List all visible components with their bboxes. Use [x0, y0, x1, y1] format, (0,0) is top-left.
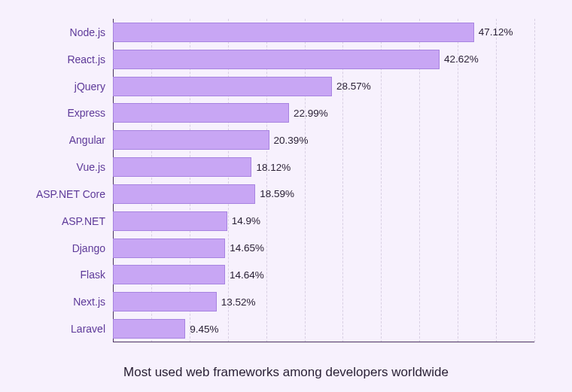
category-label: Django	[0, 242, 105, 254]
bar	[113, 292, 217, 311]
category-label: ASP.NET	[0, 215, 105, 227]
bar-row: React.js42.62%	[113, 46, 534, 73]
bar-row: Vue.js18.12%	[113, 153, 534, 181]
bar	[113, 130, 269, 150]
value-label: 28.57%	[336, 81, 371, 92]
bar	[113, 184, 255, 204]
bar-row: Angular20.39%	[113, 126, 534, 153]
bar	[113, 50, 440, 69]
category-label: Vue.js	[0, 161, 105, 173]
value-label: 13.52%	[221, 296, 256, 308]
bar-row: ASP.NET14.9%	[113, 208, 534, 235]
category-label: Angular	[0, 134, 105, 146]
plot-area: Node.js47.12%React.js42.62%jQuery28.57%E…	[113, 19, 534, 342]
bar-chart: Node.js47.12%React.js42.62%jQuery28.57%E…	[0, 19, 572, 350]
bar-row: Laravel9.45%	[113, 315, 534, 342]
category-label: Next.js	[0, 296, 105, 308]
category-label: Laravel	[0, 323, 105, 335]
category-label: Flask	[0, 269, 105, 281]
value-label: 14.64%	[230, 269, 264, 281]
bar	[113, 239, 225, 258]
category-label: React.js	[0, 53, 105, 65]
chart-title: Most used web frameworks among developer…	[0, 365, 572, 380]
bar	[113, 211, 227, 231]
category-label: jQuery	[0, 81, 105, 93]
category-label: Express	[0, 107, 105, 119]
bar-row: jQuery28.57%	[113, 73, 534, 100]
bar	[113, 103, 289, 123]
bar	[113, 157, 251, 177]
bar	[113, 265, 225, 284]
value-label: 14.65%	[230, 242, 264, 254]
bar-row: Next.js13.52%	[113, 288, 534, 315]
category-label: Node.js	[0, 26, 105, 38]
gridline	[534, 19, 535, 342]
value-label: 42.62%	[444, 53, 479, 65]
value-label: 20.39%	[274, 135, 309, 146]
category-label: ASP.NET Core	[0, 188, 105, 200]
bar-row: Express22.99%	[113, 100, 534, 127]
bar-row: Django14.65%	[113, 235, 534, 262]
value-label: 18.59%	[260, 188, 294, 199]
bar	[113, 77, 332, 96]
bar-row: ASP.NET Core18.59%	[113, 181, 534, 208]
value-label: 9.45%	[190, 324, 218, 335]
bar-row: Flask14.64%	[113, 262, 534, 289]
value-label: 22.99%	[294, 108, 328, 119]
bar	[113, 23, 474, 42]
value-label: 47.12%	[479, 26, 513, 38]
value-label: 14.9%	[232, 215, 260, 226]
bar	[113, 319, 185, 339]
value-label: 18.12%	[256, 162, 291, 173]
bar-row: Node.js47.12%	[113, 19, 534, 46]
